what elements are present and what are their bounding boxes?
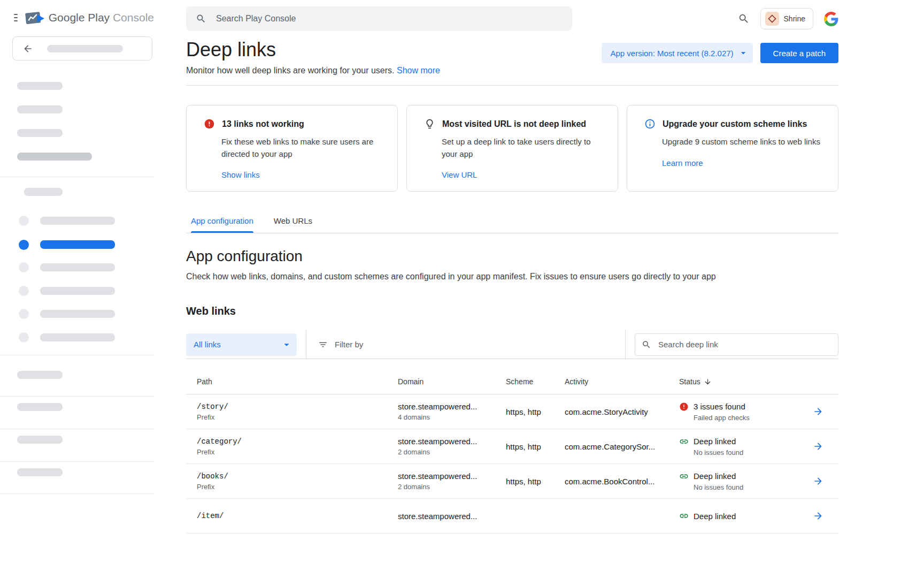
main-content: Shrine Deep links Monitor how well deep … (154, 0, 924, 578)
links-filter-dropdown[interactable]: All links (186, 333, 297, 356)
column-header-scheme: Scheme (506, 377, 565, 386)
page-title: Deep links (186, 39, 440, 60)
show-more-link[interactable]: Show more (397, 66, 440, 75)
insight-cards: 13 links not working Fix these web links… (186, 105, 838, 192)
row-detail-arrow[interactable] (813, 511, 838, 521)
skeleton-bar (17, 403, 63, 411)
table-row[interactable]: /item/ store.steampowered... Deep linked (186, 499, 838, 534)
divider (625, 330, 626, 359)
status-detail: No issues found (694, 483, 813, 491)
page-subtitle: Monitor how well deep links are working … (186, 66, 440, 75)
web-links-heading: Web links (186, 305, 838, 317)
status-label: Deep linked (694, 437, 736, 446)
global-search-bar[interactable] (186, 6, 572, 31)
card-body: Upgrade 9 custom scheme links to web lin… (662, 136, 822, 148)
app-switcher-chip[interactable]: Shrine (760, 8, 813, 29)
tab-app-configuration[interactable]: App configuration (191, 216, 253, 233)
lightbulb-icon (424, 118, 435, 130)
global-search-input[interactable] (215, 13, 563, 24)
filter-by-button[interactable]: Filter by (318, 340, 363, 349)
show-links-link[interactable]: Show links (221, 170, 386, 179)
activity: com.acme.BookControl... (565, 477, 679, 486)
skeleton-circle (19, 216, 29, 226)
deep-link-path: /story/ (197, 402, 398, 411)
view-url-link[interactable]: View URL (442, 170, 606, 179)
divider (186, 85, 838, 86)
skeleton-bar (17, 468, 63, 476)
error-icon (679, 402, 689, 412)
tab-web-urls[interactable]: Web URLs (274, 216, 312, 233)
row-detail-arrow[interactable] (813, 476, 838, 486)
path-type: Prefix (197, 413, 398, 421)
search-icon-button[interactable] (738, 13, 750, 25)
app-switcher-label: Shrine (784, 14, 805, 23)
skeleton-circle (19, 262, 29, 272)
create-patch-button[interactable]: Create a patch (760, 43, 838, 63)
upgrade-scheme-links-card: Upgrade your custom scheme links Upgrade… (627, 105, 838, 192)
topbar: Shrine (186, 0, 838, 31)
divider (0, 177, 154, 177)
path-type: Prefix (197, 448, 398, 456)
deep-link-path: /category/ (197, 437, 398, 446)
search-icon (196, 13, 206, 24)
domain: store.steampowered... (398, 512, 506, 521)
info-icon (644, 118, 656, 130)
skeleton-bar (17, 436, 63, 444)
sort-descending-icon (704, 378, 712, 386)
chevron-down-icon (738, 48, 749, 58)
search-icon (642, 340, 651, 349)
menu-icon[interactable] (14, 11, 18, 24)
divider (0, 461, 154, 462)
column-header-activity: Activity (565, 377, 679, 386)
column-header-status[interactable]: Status (679, 377, 813, 386)
skeleton-circle (19, 286, 29, 296)
most-visited-url-card: Most visited URL is not deep linked Set … (406, 105, 618, 192)
domain: store.steampowered... (398, 402, 506, 411)
skeleton-bar (40, 217, 115, 225)
deep-link-path: /item/ (197, 512, 398, 520)
status-detail: Failed app checks (694, 414, 813, 422)
table-header-row: Path Domain Scheme Activity Status (186, 359, 838, 394)
page-actions: App version: Most recent (8.2.027) Creat… (602, 43, 838, 63)
filter-icon (318, 340, 328, 349)
domain-count: 2 domains (398, 483, 506, 491)
chevron-down-icon (281, 339, 292, 351)
active-nav-icon (19, 240, 29, 250)
play-console-logo[interactable]: Google Play Console (25, 10, 154, 26)
status-label: Deep linked (694, 471, 736, 481)
divider (0, 355, 154, 355)
learn-more-link[interactable]: Learn more (662, 158, 826, 168)
table-row[interactable]: /story/ Prefix store.steampowered... 4 d… (186, 394, 838, 429)
activity: com.acme.StoryActivity (565, 407, 679, 416)
scheme: https, http (506, 442, 565, 451)
domain-count: 4 domains (398, 413, 506, 421)
divider (0, 493, 154, 494)
row-detail-arrow[interactable] (813, 406, 838, 417)
play-console-logo-icon (25, 10, 45, 26)
filter-bar: All links Filter by (186, 330, 838, 359)
sidebar: Google Play Console (0, 0, 154, 578)
path-type: Prefix (197, 483, 398, 491)
status-label: 3 issues found (694, 402, 745, 411)
section-description: Check how web links, domains, and custom… (186, 272, 838, 282)
logo-text: Google Play Console (49, 11, 154, 24)
status-detail: No issues found (694, 448, 813, 457)
sidebar-item-active[interactable] (40, 240, 115, 249)
app-version-dropdown[interactable]: App version: Most recent (8.2.027) (602, 43, 752, 63)
table-row[interactable]: /books/ Prefix store.steampowered... 2 d… (186, 464, 838, 499)
skeleton-bar (17, 82, 63, 90)
table-row[interactable]: /category/ Prefix store.steampowered... … (186, 429, 838, 464)
link-icon (679, 511, 689, 521)
divider (0, 396, 154, 397)
status-label: Deep linked (694, 512, 736, 521)
row-detail-arrow[interactable] (813, 441, 838, 452)
google-account-icon[interactable] (824, 12, 838, 26)
divider (0, 429, 154, 429)
deep-link-path: /books/ (197, 472, 398, 481)
web-links-table: Path Domain Scheme Activity Status /stor… (186, 359, 838, 534)
deep-link-search-input[interactable] (657, 339, 831, 349)
deep-link-search[interactable] (635, 333, 838, 356)
page-header: Deep links Monitor how well deep links a… (186, 39, 838, 75)
column-header-path: Path (197, 377, 398, 386)
back-button[interactable] (12, 36, 152, 60)
